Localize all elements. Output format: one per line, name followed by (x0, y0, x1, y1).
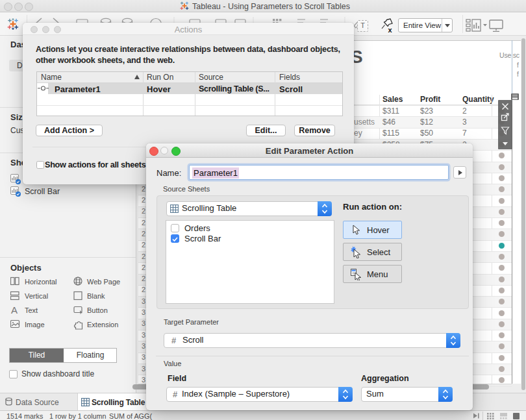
svg-text:A: A (11, 304, 18, 315)
svg-text:x: x (388, 26, 393, 34)
